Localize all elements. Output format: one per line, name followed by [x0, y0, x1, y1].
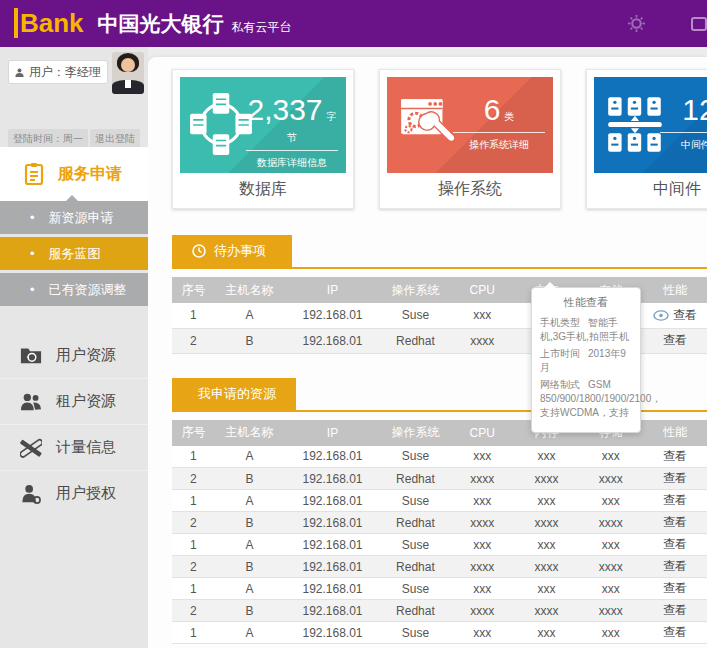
cell-storage: xxx [579, 622, 643, 644]
settings-gear-icon[interactable] [628, 15, 645, 32]
my-resources-table: 序号 主机名称 IP 操作系统 CPU 内存 存储 性能 1 A 192.168… [172, 420, 707, 645]
col-host: 主机名称 [215, 277, 285, 303]
folder-icon [20, 344, 42, 366]
cell-host: A [215, 578, 285, 600]
cell-perf: 查看 [643, 556, 707, 578]
cell-num: 1 [172, 303, 215, 328]
cell-storage: xxxx [579, 468, 643, 490]
table-row: 1 A 192.168.01 Suse xxx xxx xxx 查看 [172, 490, 707, 512]
cell-os: Suse [381, 534, 451, 556]
bullet-icon: • [30, 246, 35, 261]
view-link[interactable]: 查看 [663, 602, 687, 619]
cell-storage: xxx [579, 578, 643, 600]
cell-host: B [215, 556, 285, 578]
card-middleware[interactable]: 12类 中间件详细 中间件 [586, 69, 707, 209]
sidebar-item-tenant-resources[interactable]: 租户资源 [0, 378, 148, 424]
card-os[interactable]: 6类 操作系统详细 操作系统 [379, 69, 561, 209]
cell-mem: xxx [514, 534, 578, 556]
view-link[interactable]: 查看 [663, 514, 687, 531]
sidebar-item-user-resources[interactable]: 用户资源 [0, 332, 148, 378]
view-link[interactable]: 查看 [663, 558, 687, 575]
tooltip-line: 手机类型智能手机,3G手机,拍照手机 [540, 316, 632, 344]
view-link[interactable]: 查看 [663, 536, 687, 553]
table-row: 2 B 192.168.01 Redhat xxxx xxxx xxxx 查看 [172, 468, 707, 490]
table-row: 2 B 192.168.01 Redhat xxxx xxxx xxxx 查看 [172, 512, 707, 534]
cell-host: B [215, 600, 285, 622]
sidebar-item-service-request[interactable]: 服务申请 [0, 147, 148, 201]
cell-perf: 查看 [643, 578, 707, 600]
view-link-label: 查看 [673, 307, 697, 324]
cell-storage: xxxx [579, 512, 643, 534]
user-icon [15, 67, 24, 78]
cell-ip: 192.168.01 [284, 622, 380, 644]
cell-num: 2 [172, 556, 215, 578]
cell-storage: xxx [579, 534, 643, 556]
sidebar-item-metering-info[interactable]: 计量信息 [0, 424, 148, 470]
cell-host: B [215, 328, 285, 353]
cell-perf: 查看 [643, 468, 707, 490]
sidebar-item-adjust-existing-resource[interactable]: • 已有资源调整 [0, 273, 148, 306]
middleware-caption-link[interactable]: 中间件详细 [658, 138, 707, 152]
sidebar-item-label: 计量信息 [56, 438, 116, 457]
bank-name: 中国光大银行 [98, 10, 224, 38]
cell-os: Suse [381, 490, 451, 512]
card-middleware-label: 中间件 [594, 173, 707, 201]
card-database[interactable]: 2,337字节 数据库详细信息 数据库 [172, 69, 354, 209]
cell-storage: xxx [579, 490, 643, 512]
database-caption-link[interactable]: 数据库详细信息 [244, 156, 340, 170]
logout-button[interactable]: 退出登陆 [90, 129, 140, 149]
os-count: 6 [484, 93, 501, 126]
os-unit: 类 [504, 111, 514, 122]
table-row: 1 A 192.168.01 Suse xxx xxx xxx 查看 [172, 446, 707, 468]
sidebar-item-label: 用户授权 [56, 484, 116, 503]
cell-host: A [215, 446, 285, 468]
cell-cpu: xxxx [450, 512, 514, 534]
cell-num: 2 [172, 328, 215, 353]
os-caption-link[interactable]: 操作系统详细 [451, 138, 547, 152]
bullet-icon: • [30, 210, 35, 225]
cell-host: A [215, 622, 285, 644]
view-link[interactable]: 查看 [663, 470, 687, 487]
cell-num: 2 [172, 468, 215, 490]
tab-todo[interactable]: 待办事项 [172, 235, 292, 267]
table-row: 1 A 192.168.01 Suse xxx xxx xxx 查看 [172, 622, 707, 644]
tooltip-title: 性能查看 [540, 295, 632, 310]
col-num: 序号 [172, 420, 215, 446]
bullet-icon: • [30, 282, 35, 297]
card-database-label: 数据库 [180, 173, 346, 201]
cell-mem: xxxx [514, 600, 578, 622]
sidebar-item-service-blueprint[interactable]: • 服务蓝图 [0, 237, 148, 270]
view-link[interactable]: 查看 [663, 624, 687, 641]
cell-num: 1 [172, 446, 215, 468]
cell-os: Suse [381, 303, 451, 328]
col-num: 序号 [172, 277, 215, 303]
performance-tooltip: 性能查看 手机类型智能手机,3G手机,拍照手机 上市时间2013年9月 网络制式… [531, 287, 641, 433]
view-link[interactable]: 查看 [663, 332, 687, 349]
cell-perf: 查看 [643, 490, 707, 512]
cell-host: A [215, 303, 285, 328]
cell-perf: 查看 [643, 512, 707, 534]
cell-mem: xxx [514, 622, 578, 644]
view-link[interactable]: 查看 [663, 492, 687, 509]
message-icon[interactable] [691, 17, 707, 31]
platform-name: 私有云平台 [232, 19, 292, 36]
cell-host: B [215, 512, 285, 534]
cell-perf: 查看 [643, 534, 707, 556]
col-perf: 性能 [643, 277, 707, 303]
database-count: 2,337 [247, 93, 322, 126]
my-table-body: 1 A 192.168.01 Suse xxx xxx xxx 查看 2 B 1… [172, 446, 707, 644]
summary-cards: 2,337字节 数据库详细信息 数据库 [148, 57, 707, 209]
view-link[interactable]: 查看 [663, 580, 687, 597]
tooltip-line: 网络制式GSM 850/900/1800/1900/2100，支持WCDMA，支… [540, 378, 632, 420]
view-link[interactable]: 查看 [663, 448, 687, 465]
tab-my-resources[interactable]: 我申请的资源 [172, 378, 296, 410]
cell-ip: 192.168.01 [284, 468, 380, 490]
col-ip: IP [284, 420, 380, 446]
view-link[interactable]: 查看 [653, 307, 697, 324]
middleware-count: 12 [682, 93, 707, 126]
sidebar-item-new-resource-request[interactable]: • 新资源申请 [0, 201, 148, 234]
sidebar-item-user-authorization[interactable]: 用户授权 [0, 470, 148, 516]
sidebar-section-label: 服务申请 [58, 164, 122, 185]
cell-num: 1 [172, 490, 215, 512]
tooltip-line: 上市时间2013年9月 [540, 347, 632, 375]
